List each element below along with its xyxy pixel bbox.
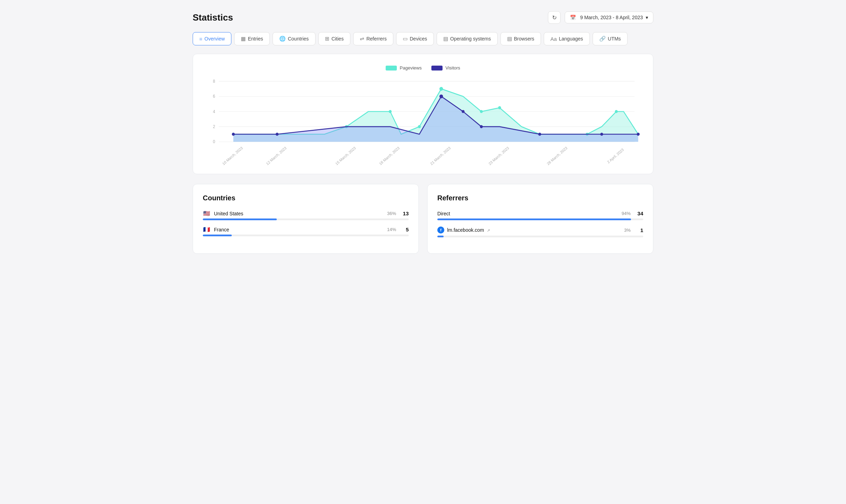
- us-bar-fill: [203, 218, 277, 220]
- country-row-fr: 🇫🇷 France 14% 5: [203, 227, 409, 236]
- svg-text:18 March, 2023: 18 March, 2023: [378, 146, 400, 166]
- svg-point-17: [480, 110, 483, 113]
- svg-text:2: 2: [213, 124, 215, 129]
- tab-utms-label: UTMs: [608, 36, 621, 42]
- svg-point-28: [480, 125, 483, 128]
- direct-label: Direct: [437, 211, 622, 216]
- tab-devices-label: Devices: [410, 36, 427, 42]
- header-controls: ↻ 📅 9 March, 2023 - 8 April, 2023 ▾: [548, 11, 653, 24]
- referrer-row-direct: Direct 94% 34: [437, 210, 643, 220]
- browsers-icon: ▤: [507, 36, 512, 42]
- svg-point-27: [462, 110, 465, 113]
- fr-flag: 🇫🇷: [203, 227, 210, 232]
- facebook-icon: f: [437, 227, 444, 234]
- svg-point-30: [600, 133, 603, 136]
- referrers-card: Referrers Direct 94% 34 f lm.facebook.co…: [427, 184, 653, 254]
- svg-text:0: 0: [213, 139, 215, 144]
- svg-text:23 March, 2023: 23 March, 2023: [488, 146, 510, 166]
- tab-operating-systems[interactable]: ▤ Operating systems: [437, 32, 498, 45]
- tab-referrers-label: Referrers: [366, 36, 387, 42]
- tab-entries[interactable]: ▦ Entries: [234, 32, 270, 45]
- svg-text:4: 4: [213, 109, 215, 114]
- svg-point-24: [232, 133, 235, 136]
- svg-text:15 March, 2023: 15 March, 2023: [334, 146, 356, 166]
- tab-referrers[interactable]: ⇌ Referrers: [353, 32, 393, 45]
- direct-bar-fill: [437, 218, 631, 220]
- tab-languages-label: Languages: [559, 36, 583, 42]
- visitors-swatch: [431, 66, 443, 71]
- referrers-card-title: Referrers: [437, 194, 643, 202]
- overview-icon: ≡: [199, 36, 202, 42]
- facebook-bar-track: [437, 236, 643, 237]
- svg-point-14: [389, 110, 392, 113]
- page-container: Statistics ↻ 📅 9 March, 2023 - 8 April, …: [179, 0, 667, 265]
- tab-countries[interactable]: 🌐 Countries: [273, 32, 316, 45]
- tab-cities[interactable]: ⊞ Cities: [318, 32, 350, 45]
- fr-bar-track: [203, 235, 409, 236]
- svg-text:10 March, 2023: 10 March, 2023: [222, 146, 244, 166]
- svg-text:12 March, 2023: 12 March, 2023: [265, 146, 287, 166]
- chevron-down-icon: ▾: [646, 15, 648, 20]
- countries-card: Countries 🇺🇸 United States 36% 13 🇫🇷 Fra…: [193, 184, 419, 254]
- facebook-bar-fill: [437, 236, 444, 237]
- chart-card: Pageviews Visitors 8 6 4 2 0: [193, 54, 653, 174]
- chart-svg: 8 6 4 2 0: [204, 77, 642, 168]
- countries-card-title: Countries: [203, 194, 409, 202]
- pageviews-label: Pageviews: [400, 65, 422, 71]
- pageviews-swatch: [386, 66, 397, 71]
- calendar-icon: 📅: [570, 15, 576, 20]
- date-range-button[interactable]: 📅 9 March, 2023 - 8 April, 2023 ▾: [565, 12, 653, 23]
- svg-point-25: [276, 133, 279, 136]
- us-flag: 🇺🇸: [203, 211, 210, 216]
- tab-countries-label: Countries: [288, 36, 309, 42]
- referrer-row-facebook: f lm.facebook.com ↗ 3% 1: [437, 227, 643, 237]
- date-range-label: 9 March, 2023 - 8 April, 2023: [580, 15, 643, 20]
- svg-point-21: [615, 110, 618, 113]
- svg-point-29: [538, 133, 541, 136]
- svg-text:28 March, 2023: 28 March, 2023: [546, 146, 568, 166]
- tab-cities-label: Cities: [332, 36, 344, 42]
- cities-icon: ⊞: [325, 36, 329, 42]
- svg-text:6: 6: [213, 94, 215, 98]
- tab-entries-label: Entries: [248, 36, 263, 42]
- countries-icon: 🌐: [279, 36, 286, 42]
- fr-label: France: [214, 227, 387, 232]
- facebook-pct: 3%: [624, 228, 631, 233]
- tab-overview-label: Overview: [205, 36, 225, 42]
- facebook-count: 1: [635, 227, 643, 233]
- fr-pct: 14%: [387, 227, 396, 232]
- us-count: 13: [400, 210, 409, 216]
- svg-text:2 April, 2023: 2 April, 2023: [606, 147, 624, 164]
- tab-browsers[interactable]: ▤ Browsers: [500, 32, 541, 45]
- direct-count: 34: [635, 210, 643, 216]
- fr-bar-fill: [203, 235, 232, 236]
- tab-browsers-label: Browsers: [514, 36, 534, 42]
- chart-legend: Pageviews Visitors: [204, 65, 642, 71]
- svg-text:21 March, 2023: 21 March, 2023: [429, 146, 451, 166]
- bottom-cards: Countries 🇺🇸 United States 36% 13 🇫🇷 Fra…: [193, 184, 653, 254]
- tab-os-label: Operating systems: [450, 36, 491, 42]
- page-header: Statistics ↻ 📅 9 March, 2023 - 8 April, …: [193, 11, 653, 24]
- us-label: United States: [214, 211, 387, 216]
- tab-languages[interactable]: Aa Languages: [544, 32, 590, 45]
- referrers-icon: ⇌: [360, 36, 364, 42]
- refresh-button[interactable]: ↻: [548, 11, 561, 24]
- os-icon: ▤: [443, 36, 448, 42]
- legend-visitors: Visitors: [431, 65, 460, 71]
- devices-icon: ▭: [403, 36, 408, 42]
- svg-point-31: [637, 133, 639, 136]
- languages-icon: Aa: [550, 36, 557, 42]
- chart-area: 8 6 4 2 0: [204, 77, 642, 168]
- svg-point-18: [498, 106, 501, 109]
- svg-point-26: [439, 95, 443, 98]
- svg-point-16: [439, 87, 443, 91]
- us-pct: 36%: [387, 211, 396, 216]
- navigation-tabs: ≡ Overview ▦ Entries 🌐 Countries ⊞ Citie…: [193, 32, 653, 45]
- country-row-us: 🇺🇸 United States 36% 13: [203, 210, 409, 220]
- svg-text:8: 8: [213, 79, 215, 83]
- legend-pageviews: Pageviews: [386, 65, 422, 71]
- tab-devices[interactable]: ▭ Devices: [396, 32, 434, 45]
- tab-overview[interactable]: ≡ Overview: [193, 32, 231, 45]
- utms-icon: 🔗: [599, 36, 606, 42]
- tab-utms[interactable]: 🔗 UTMs: [593, 32, 628, 45]
